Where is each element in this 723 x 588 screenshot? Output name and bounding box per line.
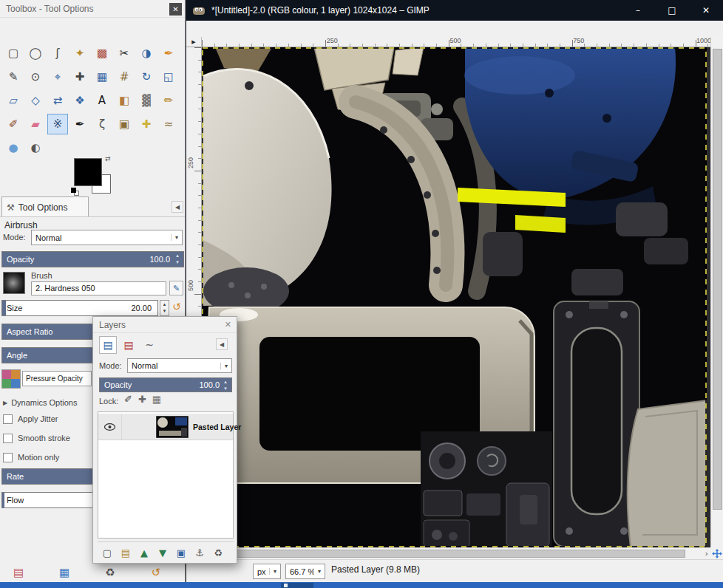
layers-tab[interactable]: ▤ [99, 336, 117, 354]
measure-tool[interactable]: ⌖ [47, 66, 68, 87]
size-slider[interactable]: Size 20.00 [1, 300, 158, 316]
brush-edit-button[interactable]: ✎ [169, 281, 183, 295]
horizontal-scrollbar[interactable]: › [202, 547, 710, 559]
duplicate-layer-button[interactable]: ▣ [173, 544, 189, 561]
colour-picker-tool[interactable]: ✎ [3, 66, 24, 87]
reset-tool-options-button[interactable]: ↺ [148, 564, 164, 581]
navigation-button[interactable] [710, 547, 723, 559]
layers-titlebar[interactable]: Layers [93, 317, 237, 333]
layer-visibility-toggle[interactable] [98, 414, 122, 440]
unified-transform-tool[interactable]: ❖ [69, 90, 90, 111]
fuzzy-select-tool[interactable]: ✦ [69, 43, 90, 64]
select-by-colour-tool[interactable]: ▩ [92, 43, 112, 64]
dynamics-options-expander[interactable]: ▶ Dynamics Options [3, 398, 77, 407]
restore-tool-preset-button[interactable]: ▦ [56, 564, 72, 581]
toolbox-close-button[interactable]: ✕ [169, 3, 182, 16]
opacity-slider[interactable]: Opacity 100.0 ▴▾ [1, 251, 184, 267]
window-titlebar[interactable]: *[Untitled]-2.0 (RGB colour, 1 layer) 10… [186, 0, 723, 21]
paths-tab[interactable]: ~ [140, 336, 158, 354]
paint-mode-select[interactable]: Normal ▾ [31, 230, 183, 245]
smudge-tool[interactable]: ≈ [158, 114, 179, 134]
checkbox[interactable] [3, 414, 13, 424]
brush-preview[interactable] [3, 272, 25, 294]
perspective-tool[interactable]: ◇ [25, 90, 46, 111]
scale-tool[interactable]: ◱ [158, 66, 179, 87]
pencil-tool[interactable]: ✏ [158, 90, 179, 111]
crop-tool[interactable]: # [114, 66, 135, 87]
canvas-image[interactable] [202, 47, 707, 547]
flip-tool[interactable]: ⇄ [47, 90, 68, 111]
layer-mode-select[interactable]: Normal ▾ [127, 358, 232, 373]
layer-opacity-spin-buttons[interactable]: ▴▾ [221, 379, 230, 392]
maximize-button[interactable]: □ [655, 0, 689, 21]
free-select-tool[interactable]: ʃ [47, 43, 68, 64]
toolbox-titlebar[interactable]: Toolbox - Tool Options [0, 0, 185, 18]
move-tool[interactable]: ✚ [69, 66, 90, 87]
layers-close-button[interactable]: ✕ [225, 320, 231, 329]
vertical-scrollbar-thumb[interactable] [713, 49, 722, 510]
checkbox-row[interactable]: Motion only [3, 451, 59, 464]
checkbox[interactable] [3, 453, 13, 462]
rectangle-select-tool[interactable]: ▢ [3, 43, 24, 64]
lock-pixels-icon[interactable]: ✐ [124, 394, 132, 405]
lock-position-icon[interactable]: ✚ [138, 394, 146, 405]
layer-row[interactable]: Pasted Layer [98, 414, 233, 440]
layer-opacity-slider[interactable]: Opacity 100.0 ▴▾ [99, 377, 232, 392]
layers-tab-menu-button[interactable]: ◀ [216, 338, 228, 350]
tab-tool-options[interactable]: ⚒ Tool Options [1, 196, 89, 217]
anchor-layer-button[interactable]: ⚓ [191, 544, 208, 561]
ink-tool[interactable]: ✒ [69, 114, 90, 134]
ellipse-select-tool[interactable]: ◯ [25, 43, 46, 64]
taskbar-item[interactable] [281, 583, 313, 588]
save-tool-preset-button[interactable]: ▤ [10, 564, 27, 581]
default-colours-icon[interactable] [71, 188, 80, 196]
minimize-button[interactable]: – [621, 0, 655, 21]
heal-tool[interactable]: ✚ [136, 114, 157, 134]
checkbox-row[interactable]: Smooth stroke [3, 431, 70, 445]
tab-menu-button[interactable]: ◀ [172, 201, 183, 213]
checkbox[interactable] [3, 434, 13, 443]
layer-list[interactable]: Pasted Layer [98, 411, 234, 539]
horizontal-ruler[interactable]: 2505007501000 [202, 37, 710, 47]
unit-select[interactable]: px ▾ [253, 564, 281, 579]
foreground-colour-swatch[interactable] [74, 158, 102, 186]
text-tool[interactable]: A [92, 90, 112, 111]
eraser-tool[interactable]: ▰ [25, 114, 46, 134]
checkbox-row[interactable]: Apply Jitter [3, 412, 58, 425]
bucket-fill-tool[interactable]: ◧ [114, 90, 135, 111]
opacity-spin-buttons[interactable]: ▴▾ [173, 253, 182, 266]
windows-taskbar[interactable] [0, 582, 723, 588]
close-button[interactable]: ✕ [689, 0, 723, 21]
paintbrush-tool[interactable]: ✐ [3, 114, 24, 134]
size-reset-icon[interactable]: ↺ [172, 301, 181, 312]
dynamics-icon[interactable] [1, 369, 21, 389]
new-group-button[interactable]: ▤ [118, 544, 134, 561]
zoom-select[interactable]: 66.7 % ▾ [285, 564, 325, 579]
raise-layer-button[interactable]: ▲ [136, 544, 152, 561]
delete-tool-preset-button[interactable]: ♻ [102, 564, 118, 581]
gradient-tool[interactable]: ▓ [136, 90, 157, 111]
vertical-scrollbar[interactable] [710, 37, 723, 547]
delete-layer-button[interactable]: ♻ [210, 544, 226, 561]
swap-colours-icon[interactable]: ⇄ [105, 155, 111, 163]
brush-name-field[interactable]: 2. Hardness 050 [31, 281, 166, 295]
ruler-origin[interactable]: ▶ [186, 37, 202, 47]
clone-tool[interactable]: ▣ [114, 114, 135, 134]
scroll-more-icon[interactable]: › [705, 548, 708, 560]
canvas-viewport[interactable] [202, 47, 710, 547]
channels-tab[interactable]: ▤ [120, 336, 138, 354]
new-layer-button[interactable]: ▢ [99, 544, 115, 561]
mypaint-brush-tool[interactable]: ζ [92, 114, 112, 134]
dodge-burn-tool[interactable]: ◐ [25, 137, 46, 158]
lock-alpha-icon[interactable]: ▦ [152, 394, 161, 405]
zoom-tool[interactable]: ⊙ [25, 66, 46, 87]
airbrush-tool[interactable]: ※ [47, 114, 68, 134]
shear-tool[interactable]: ▱ [3, 90, 24, 111]
foreground-select-tool[interactable]: ◑ [136, 43, 157, 64]
dynamics-button[interactable]: Pressure Opacity [22, 371, 92, 386]
horizontal-scrollbar-thumb[interactable] [203, 550, 685, 558]
size-spin-buttons[interactable]: ▴▾ [160, 300, 169, 316]
alignment-tool[interactable]: ▦ [92, 66, 112, 87]
paths-tool[interactable]: ✒ [158, 43, 179, 64]
blur-sharpen-tool[interactable]: ● [3, 137, 24, 158]
